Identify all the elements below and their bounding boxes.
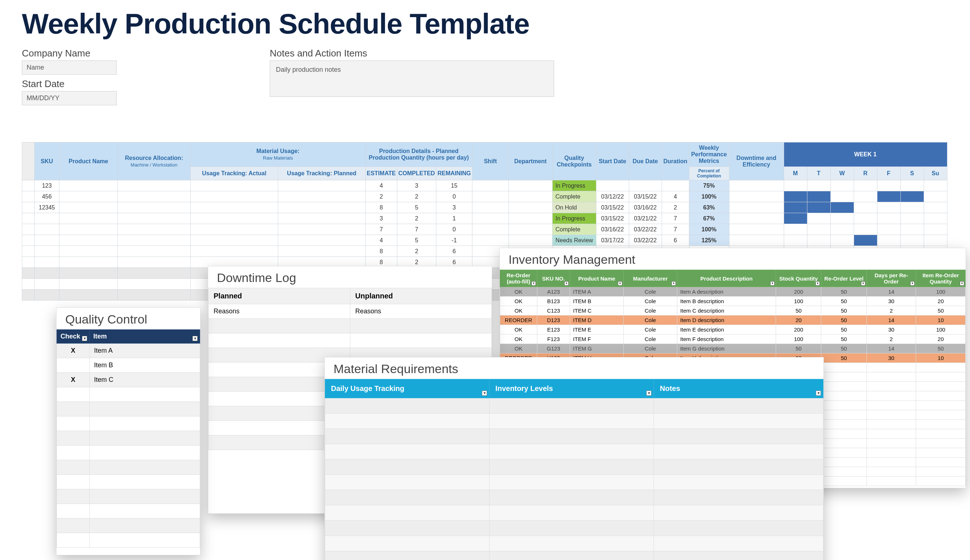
inventory-header[interactable]: Days per Re-Order▾ — [866, 270, 916, 287]
downtime-cell[interactable] — [350, 333, 492, 348]
company-input[interactable]: Name — [22, 60, 117, 75]
schedule-row[interactable]: 456220Complete03/12/2203/15/224100% — [22, 191, 947, 202]
quality-row[interactable] — [57, 475, 200, 489]
material-row[interactable] — [325, 490, 823, 505]
filter-icon[interactable]: ▾ — [192, 336, 197, 341]
material-row[interactable] — [325, 521, 823, 536]
filter-icon[interactable]: ▾ — [531, 281, 536, 286]
material-panel[interactable]: Material Requirements Daily Usage Tracki… — [324, 357, 824, 560]
inventory-header[interactable]: Product Description▾ — [677, 270, 776, 287]
material-row[interactable] — [325, 398, 823, 413]
quality-item-header[interactable]: Item▾ — [90, 330, 200, 343]
quality-row[interactable] — [57, 417, 200, 431]
filter-icon[interactable]: ▾ — [960, 281, 964, 286]
inventory-row[interactable]: OKE123ITEM EColeItem E description200503… — [500, 325, 966, 335]
quality-row[interactable]: XItem C — [57, 373, 200, 387]
inventory-header[interactable]: SKU NO.▾ — [537, 270, 570, 287]
filter-icon[interactable]: ▾ — [671, 281, 676, 286]
quality-row[interactable] — [57, 533, 200, 548]
material-row[interactable] — [325, 505, 823, 521]
inventory-header[interactable]: Re-Order (auto-fill)▾ — [500, 270, 537, 287]
material-row[interactable] — [325, 551, 823, 560]
material-row[interactable] — [325, 429, 823, 444]
quality-panel[interactable]: Quality Control Check▾ Item▾ XItem AItem… — [56, 308, 200, 555]
meta-row: Company Name Name Start Date MM/DD/YY No… — [0, 48, 970, 105]
inventory-row[interactable]: OKB123ITEM BColeItem B description100503… — [500, 297, 966, 306]
quality-check-header[interactable]: Check▾ — [57, 330, 90, 343]
page-title: Weekly Production Schedule Template — [0, 0, 970, 44]
schedule-row[interactable]: 770Complete03/16/2203/22/227100% — [22, 224, 947, 235]
quality-row[interactable]: XItem A — [57, 343, 200, 358]
inventory-row[interactable]: REORDERD123ITEM DColeItem D description2… — [500, 315, 966, 325]
material-table[interactable]: Daily Usage Tracking▾ Inventory Levels▾ … — [325, 379, 823, 560]
notes-input[interactable]: Daily production notes — [270, 60, 554, 97]
downtime-cell[interactable] — [209, 319, 350, 333]
downtime-reasons-planned[interactable]: Reasons — [209, 304, 350, 319]
schedule-row[interactable]: 12345853On Hold03/15/2203/16/22263% — [22, 202, 947, 213]
downtime-title: Downtime Log — [208, 266, 492, 288]
material-usage-header[interactable]: Daily Usage Tracking▾ — [325, 379, 489, 398]
quality-row[interactable] — [57, 518, 200, 533]
downtime-cell[interactable] — [350, 319, 492, 333]
schedule-row[interactable]: 321In Progress03/15/2203/21/22767% — [22, 213, 947, 224]
inventory-row[interactable]: OKA123ITEM AColeItem A description200501… — [500, 287, 966, 297]
quality-row[interactable] — [57, 387, 200, 402]
filter-icon[interactable]: ▾ — [82, 336, 87, 341]
quality-table[interactable]: Check▾ Item▾ XItem AItem BXItem C — [57, 329, 200, 548]
inventory-row[interactable]: OKG123ITEM GColeItem G description505014… — [500, 344, 966, 353]
material-row[interactable] — [325, 460, 823, 475]
material-levels-header[interactable]: Inventory Levels▾ — [489, 379, 654, 398]
schedule-row[interactable]: 45-1Needs Review03/17/2203/22/226125% — [22, 235, 947, 246]
downtime-reasons-unplanned[interactable]: Reasons — [350, 304, 492, 319]
quality-row[interactable] — [57, 504, 200, 518]
filter-icon[interactable]: ▾ — [646, 391, 651, 396]
filter-icon[interactable]: ▾ — [861, 281, 865, 286]
downtime-cell[interactable] — [209, 333, 350, 348]
inventory-row[interactable]: OKC123ITEM CColeItem C description505025… — [500, 306, 966, 315]
inventory-header[interactable]: Product Name▾ — [570, 270, 624, 287]
material-notes-header[interactable]: Notes▾ — [654, 379, 823, 398]
downtime-unplanned-header: Unplanned — [350, 288, 492, 304]
quality-row[interactable] — [57, 402, 200, 417]
filter-icon[interactable]: ▾ — [564, 281, 569, 286]
inventory-header[interactable]: Re-Order Level▾ — [821, 270, 866, 287]
quality-row[interactable] — [57, 431, 200, 446]
filter-icon[interactable]: ▾ — [618, 281, 622, 286]
material-row[interactable] — [325, 444, 823, 460]
quality-title: Quality Control — [57, 308, 200, 329]
schedule-row[interactable]: 1234315In Progress75% — [22, 180, 947, 191]
material-row[interactable] — [325, 475, 823, 490]
filter-icon[interactable]: ▾ — [910, 281, 915, 286]
notes-label: Notes and Action Items — [270, 48, 554, 59]
company-label: Company Name — [22, 48, 117, 59]
inventory-row[interactable]: OKF123ITEM FColeItem F description100502… — [500, 335, 966, 344]
filter-icon[interactable]: ▾ — [815, 281, 820, 286]
filter-icon[interactable]: ▾ — [770, 281, 775, 286]
quality-row[interactable] — [57, 460, 200, 475]
quality-row[interactable] — [57, 446, 200, 460]
material-row[interactable] — [325, 536, 823, 551]
startdate-label: Start Date — [22, 78, 117, 90]
downtime-planned-header: Planned — [209, 288, 350, 304]
inventory-header[interactable]: Stock Quantity▾ — [776, 270, 821, 287]
filter-icon[interactable]: ▾ — [816, 391, 821, 396]
startdate-input[interactable]: MM/DD/YY — [22, 91, 117, 105]
quality-row[interactable] — [57, 489, 200, 504]
quality-row[interactable]: Item B — [57, 358, 200, 373]
material-title: Material Requirements — [325, 357, 823, 379]
inventory-title: Inventory Management — [500, 248, 966, 270]
filter-icon[interactable]: ▾ — [482, 391, 487, 396]
inventory-header[interactable]: Item Re-Order Quantity▾ — [916, 270, 966, 287]
inventory-header[interactable]: Manufacturer▾ — [624, 270, 677, 287]
material-row[interactable] — [325, 413, 823, 429]
